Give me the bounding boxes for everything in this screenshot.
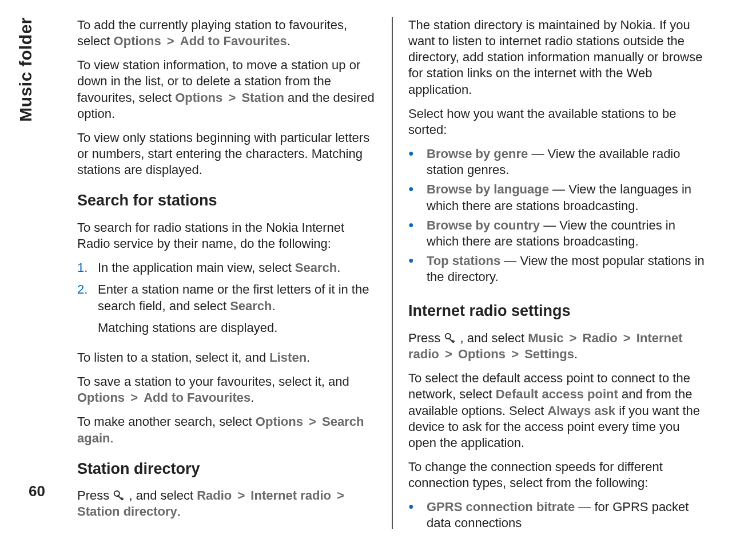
gprs-bitrate-link: GPRS connection bitrate [427, 500, 575, 514]
text: Press [408, 331, 444, 345]
breadcrumb-separator: > [128, 390, 140, 405]
text: Matching stations are displayed. [98, 321, 277, 335]
add-to-favourites-link: Add to Favourites [180, 34, 287, 48]
list-item: Browse by genre — View the available rad… [408, 146, 707, 178]
breadcrumb-separator: > [443, 347, 455, 361]
heading-search-for-stations: Search for stations [77, 191, 376, 211]
section-label: Music folder [16, 17, 35, 122]
menu-key-icon [113, 489, 125, 502]
list-item: 1. In the application main view, select … [77, 260, 376, 276]
text: To make another search, select [77, 414, 256, 429]
text: . [177, 504, 181, 519]
left-column: To add the currently playing station to … [63, 17, 391, 529]
para-station-directory-path: Press , and select Radio > Internet radi… [77, 488, 376, 520]
text: Press [77, 488, 113, 503]
station-directory-link: Station directory [77, 504, 177, 519]
para-directory-info: The station directory is maintained by N… [408, 17, 707, 98]
options-link: Options [175, 90, 222, 105]
breadcrumb-separator: > [335, 488, 347, 503]
always-ask-link: Always ask [547, 403, 615, 418]
heading-internet-radio-settings: Internet radio settings [408, 301, 707, 321]
breadcrumb-separator: > [226, 90, 238, 105]
text: . [110, 431, 113, 445]
sort-options-list: Browse by genre — View the available rad… [408, 146, 707, 288]
radio-link: Radio [583, 331, 618, 345]
text: . [287, 34, 291, 48]
top-stations-link: Top stations [427, 254, 500, 268]
para-search-again: To make another search, select Options >… [77, 414, 376, 446]
settings-link: Settings [524, 347, 574, 361]
manual-page: Music folder 60 To add the currently pla… [0, 0, 756, 546]
menu-key-icon [444, 332, 456, 345]
para-search-intro: To search for radio stations in the Noki… [77, 220, 376, 252]
search-steps-list: 1. In the application main view, select … [77, 260, 376, 342]
breadcrumb-separator: > [567, 331, 579, 345]
para-listen: To listen to a station, select it, and L… [77, 350, 376, 366]
breadcrumb-separator: > [621, 331, 633, 345]
para-station-info: To view station information, to move a s… [77, 57, 376, 122]
options-link: Options [114, 34, 161, 48]
browse-by-genre-link: Browse by genre [427, 147, 528, 161]
para-filter-stations: To view only stations beginning with par… [77, 130, 376, 178]
heading-station-directory: Station directory [77, 459, 376, 479]
step-number: 2. [77, 282, 90, 335]
text: . [272, 299, 276, 313]
list-item: Browse by language — View the languages … [408, 181, 707, 213]
text: . [250, 390, 254, 405]
text: To save a station to your favourites, se… [77, 374, 349, 389]
station-link: Station [241, 90, 284, 105]
para-default-access-point: To select the default access point to co… [408, 370, 707, 451]
text: , and select [460, 331, 528, 345]
breadcrumb-separator: > [307, 414, 319, 429]
para-connection-speeds: To change the connection speeds for diff… [408, 459, 707, 491]
para-add-favourites: To add the currently playing station to … [77, 17, 376, 49]
text: . [574, 347, 578, 361]
para-settings-path: Press , and select Music > Radio > Inter… [408, 330, 707, 362]
para-sort-intro: Select how you want the available statio… [408, 106, 707, 138]
list-item: GPRS connection bitrate — for GPRS packe… [408, 499, 707, 531]
content-columns: To add the currently playing station to … [63, 17, 722, 529]
text: In the application main view, select [98, 260, 295, 275]
list-item: Top stations — View the most popular sta… [408, 253, 707, 285]
music-link: Music [528, 331, 563, 345]
step-number: 1. [77, 260, 90, 276]
search-link: Search [295, 260, 337, 275]
column-divider [392, 17, 393, 529]
search-link: Search [230, 299, 272, 313]
browse-by-country-link: Browse by country [427, 218, 540, 232]
add-to-favourites-link: Add to Favourites [144, 390, 250, 405]
breadcrumb-separator: > [165, 34, 177, 48]
text: . [337, 260, 340, 275]
options-link: Options [458, 347, 506, 361]
connection-bitrate-list: GPRS connection bitrate — for GPRS packe… [408, 499, 707, 535]
right-column: The station directory is maintained by N… [394, 17, 722, 529]
text: . [307, 350, 310, 365]
options-link: Options [256, 414, 303, 429]
text: To listen to a station, select it, and [77, 350, 269, 365]
options-link: Options [77, 390, 125, 405]
para-save-favourite: To save a station to your favourites, se… [77, 374, 376, 406]
list-item: 2. Enter a station name or the first let… [77, 282, 376, 335]
text: , and select [129, 488, 197, 503]
breadcrumb-separator: > [235, 488, 247, 503]
radio-link: Radio [197, 488, 232, 503]
list-item: Browse by country — View the countries i… [408, 217, 707, 250]
breadcrumb-separator: > [509, 347, 521, 361]
internet-radio-link: Internet radio [250, 488, 331, 503]
browse-by-language-link: Browse by language [427, 182, 549, 196]
page-number: 60 [29, 482, 45, 500]
listen-link: Listen [269, 350, 307, 365]
default-access-point-link: Default access point [496, 387, 618, 401]
